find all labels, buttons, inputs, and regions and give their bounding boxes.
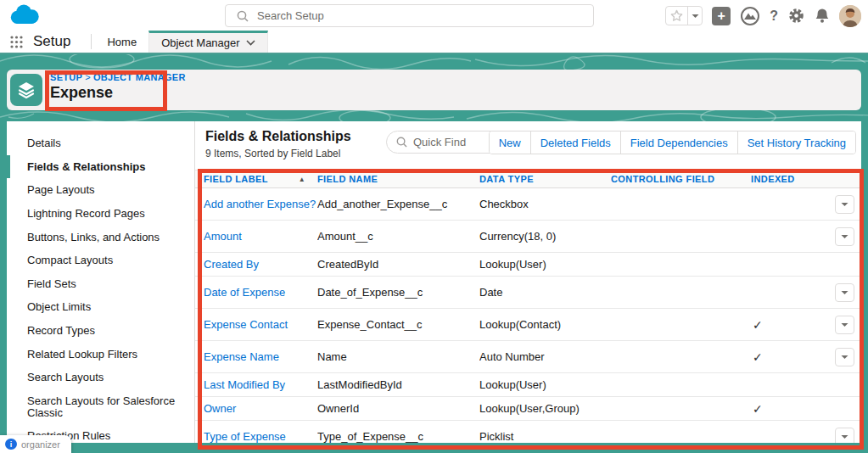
page-header-banner: SETUP>OBJECT MANAGER Expense: [0, 54, 868, 121]
data-type-cell: Currency(18, 0): [479, 230, 611, 243]
sidebar-item-lightning-record-pages[interactable]: Lightning Record Pages: [7, 202, 194, 226]
field-label-link[interactable]: Date of Expense: [204, 286, 285, 299]
favorites-star-icon[interactable]: [666, 7, 688, 25]
field-name-cell: Amount__c: [317, 230, 479, 243]
sidebar-item-fields-relationships[interactable]: Fields & Relationships: [7, 155, 194, 179]
sidebar-item-label: Buttons, Links, and Actions: [27, 231, 160, 243]
page-title: Expense: [50, 84, 186, 102]
set-history-tracking-button[interactable]: Set History Tracking: [737, 131, 855, 154]
column-header-indexed[interactable]: INDEXED: [751, 174, 836, 184]
data-type-cell: Lookup(User,Group): [479, 402, 611, 415]
table-row: Amount Amount__c Currency(18, 0): [195, 221, 861, 253]
field-name-cell: Add_another_Expense__c: [317, 198, 479, 210]
deleted-fields-button[interactable]: Deleted Fields: [530, 131, 620, 154]
field-name-cell: OwnerId: [317, 402, 479, 415]
fields-table-body: Add another Expense? Add_another_Expense…: [195, 188, 861, 443]
sidebar-item-field-sets[interactable]: Field Sets: [7, 272, 194, 296]
row-action-cell: [835, 195, 854, 214]
content-panel: Details Fields & Relationships Page Layo…: [7, 121, 861, 443]
organizer-extension-badge[interactable]: i organizer: [0, 435, 71, 453]
sidebar-item-buttons-links-and-actions[interactable]: Buttons, Links, and Actions: [7, 226, 194, 249]
breadcrumb-setup-link[interactable]: SETUP: [50, 72, 82, 82]
breadcrumb-separator: >: [85, 72, 91, 82]
sidebar-item-label: Fields & Relationships: [27, 160, 145, 173]
indexed-cell: ✓: [751, 402, 836, 416]
global-search[interactable]: [225, 4, 594, 27]
dropdown-caret-icon: [841, 234, 848, 239]
sidebar-item-record-types[interactable]: Record Types: [7, 319, 194, 343]
tab-object-manager-label: Object Manager: [161, 36, 240, 49]
column-header-label: CONTROLLING FIELD: [611, 174, 714, 184]
field-label-cell: Type of Expense: [204, 430, 317, 443]
field-label-cell: Last Modified By: [204, 378, 317, 391]
nav-divider: [91, 34, 92, 49]
breadcrumb-object-manager-link[interactable]: OBJECT MANAGER: [93, 72, 186, 82]
field-name-cell: CreatedById: [317, 258, 479, 271]
favorites-dropdown-icon[interactable]: [688, 7, 702, 25]
row-menu-button[interactable]: [835, 348, 854, 366]
sidebar-item-details[interactable]: Details: [7, 131, 194, 155]
field-label-cell: Owner: [204, 402, 317, 415]
field-label-link[interactable]: Amount: [204, 230, 242, 243]
data-type-cell: Auto Number: [479, 350, 611, 363]
fields-table-header: FIELD LABEL▲FIELD NAMEDATA TYPECONTROLLI…: [195, 170, 861, 188]
row-menu-button[interactable]: [835, 428, 854, 444]
field-label-cell: Add another Expense?: [204, 198, 317, 210]
data-type-cell: Checkbox: [479, 198, 611, 210]
field-dependencies-button[interactable]: Field Dependencies: [620, 131, 737, 154]
column-header-controlling-field[interactable]: CONTROLLING FIELD: [611, 174, 751, 184]
field-label-link[interactable]: Add another Expense?: [204, 198, 316, 210]
sidebar-item-search-layouts[interactable]: Search Layouts: [7, 366, 194, 389]
sidebar-item-object-limits[interactable]: Object Limits: [7, 295, 194, 319]
sidebar-item-related-lookup-filters[interactable]: Related Lookup Filters: [7, 343, 194, 366]
table-row: Owner OwnerId Lookup(User,Group) ✓: [195, 397, 861, 421]
trailhead-icon[interactable]: [740, 6, 760, 26]
column-header-label: DATA TYPE: [479, 174, 534, 184]
sidebar-item-label: Lightning Record Pages: [27, 207, 145, 220]
help-icon[interactable]: ?: [770, 8, 778, 24]
row-action-cell: [835, 316, 854, 334]
sidebar-item-search-layouts-for-salesforce-classic[interactable]: Search Layouts for Salesforce Classic: [7, 389, 194, 424]
row-action-cell: [835, 428, 854, 444]
sort-asc-icon: ▲: [299, 176, 305, 183]
table-row: Add another Expense? Add_another_Expense…: [195, 188, 861, 221]
dropdown-caret-icon: [841, 322, 848, 327]
gear-icon[interactable]: [787, 7, 805, 25]
page-header-text: SETUP>OBJECT MANAGER Expense: [50, 72, 186, 102]
tab-object-manager[interactable]: Object Manager: [148, 31, 268, 53]
search-icon: [237, 10, 249, 22]
table-row: Expense Contact Expense_Contact__c Looku…: [195, 309, 861, 341]
user-avatar[interactable]: [839, 5, 861, 27]
object-sidebar: Details Fields & Relationships Page Layo…: [7, 121, 195, 443]
new-button[interactable]: New: [490, 131, 530, 154]
global-search-input[interactable]: [257, 9, 593, 22]
list-title: Fields & Relationships: [205, 129, 351, 144]
row-menu-button[interactable]: [835, 316, 854, 334]
sidebar-item-label: Related Lookup Filters: [27, 348, 137, 361]
field-label-cell: Amount: [204, 230, 317, 243]
global-actions-icon[interactable]: +: [712, 7, 731, 25]
sidebar-item-compact-layouts[interactable]: Compact Layouts: [7, 249, 194, 272]
column-header-field-name[interactable]: FIELD NAME: [317, 174, 479, 184]
tab-home[interactable]: Home: [95, 31, 148, 53]
row-menu-button[interactable]: [835, 195, 854, 214]
field-name-cell: Name: [317, 350, 479, 363]
quick-find-input[interactable]: [413, 136, 498, 148]
field-label-link[interactable]: Owner: [204, 402, 236, 415]
column-header-data-type[interactable]: DATA TYPE: [479, 174, 611, 184]
field-label-link[interactable]: Expense Name: [204, 350, 279, 363]
data-type-cell: Lookup(User): [479, 378, 611, 391]
field-label-link[interactable]: Expense Contact: [204, 318, 288, 331]
field-label-link[interactable]: Created By: [204, 258, 259, 271]
row-menu-button[interactable]: [835, 227, 854, 246]
column-header-field-label[interactable]: FIELD LABEL▲: [204, 174, 317, 184]
field-label-link[interactable]: Type of Expense: [204, 430, 286, 443]
field-label-cell: Created By: [204, 258, 317, 271]
header-icon-cluster: + ?: [665, 4, 861, 27]
row-menu-button[interactable]: [835, 283, 854, 302]
row-action-cell: [835, 283, 854, 302]
app-launcher-icon[interactable]: [10, 36, 23, 48]
bell-icon[interactable]: [815, 8, 830, 24]
field-label-link[interactable]: Last Modified By: [204, 378, 285, 391]
sidebar-item-page-layouts[interactable]: Page Layouts: [7, 178, 194, 202]
